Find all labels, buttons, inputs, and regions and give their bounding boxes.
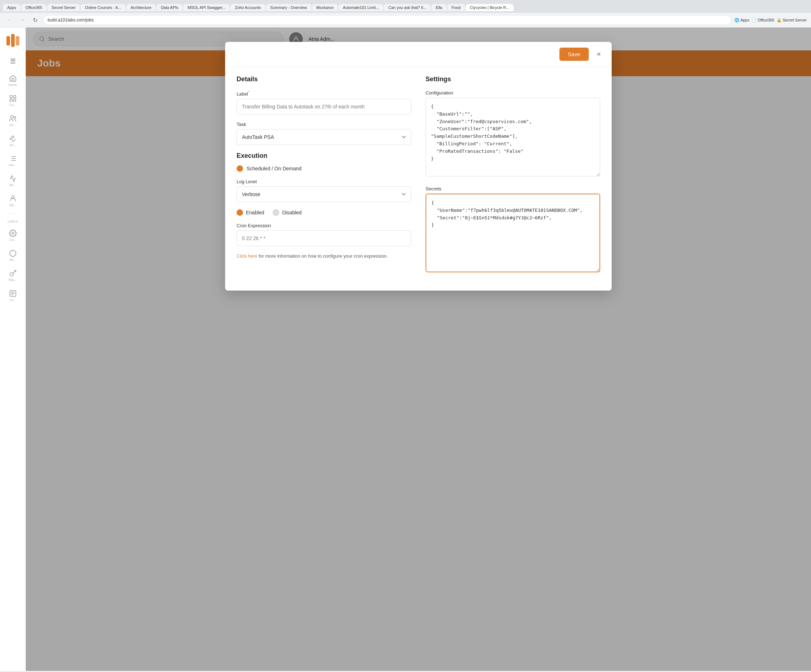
label-input[interactable]	[237, 99, 411, 114]
enabled-toggle[interactable]: Enabled	[237, 209, 264, 216]
disabled-dot[interactable]	[273, 209, 279, 216]
modal-overlay: Save × Details Label*	[26, 27, 811, 671]
tab-secret-server[interactable]: Secret Server	[47, 4, 80, 11]
tab-ella[interactable]: Ella	[431, 4, 446, 11]
tab-summary[interactable]: Summary - Overview	[266, 4, 311, 11]
list-icon	[9, 154, 17, 163]
address-text: build.a101labs.com/jobs	[48, 17, 94, 22]
sidebar-menu-button[interactable]: ☰	[7, 55, 19, 68]
execution-radio-group: Scheduled / On Demand	[237, 165, 411, 172]
svg-rect-3	[10, 95, 12, 98]
configuration-section: Configuration { "BaseUrl":"", "ZoneUser"…	[426, 90, 600, 178]
label-field-label: Label*	[237, 90, 411, 97]
browser-chrome: Apps Office365 Secret Server Online Cour…	[0, 0, 811, 27]
tab-food[interactable]: Food	[447, 4, 465, 11]
log-icon	[9, 290, 17, 297]
sidebar: ☰ Home Cu... Us... Se... Wo... Re... My.…	[0, 27, 26, 671]
enabled-dot[interactable]	[237, 209, 243, 216]
execution-title: Execution	[237, 152, 411, 160]
tab-office365[interactable]: Office365	[21, 4, 46, 11]
settings-title: Settings	[426, 75, 600, 83]
bookmark-apps[interactable]: 🌐 Apps	[735, 18, 750, 22]
users-icon	[9, 114, 17, 122]
cron-label: Cron Expression	[237, 223, 411, 228]
sidebar-item-home[interactable]: Home	[4, 72, 22, 89]
address-bar[interactable]: build.a101labs.com/jobs	[43, 15, 731, 25]
sidebar-item-config[interactable]: Co...	[4, 227, 22, 244]
home-icon	[9, 75, 17, 82]
log-level-label: Log Level	[237, 179, 411, 184]
sidebar-item-help[interactable]: He...	[4, 247, 22, 264]
tab-mockaroo[interactable]: Mockaroo	[312, 4, 338, 11]
secrets-label: Secrets	[426, 186, 600, 192]
svg-rect-1	[11, 34, 15, 47]
refresh-button[interactable]: ↻	[30, 15, 40, 25]
app-container: ☰ Home Cu... Us... Se... Wo... Re... My.…	[0, 27, 811, 671]
tab-automate101[interactable]: Automate101 Limit...	[339, 4, 383, 11]
forward-button[interactable]: →	[17, 15, 27, 25]
svg-point-8	[14, 117, 16, 119]
toggle-group: Enabled Disabled	[237, 209, 411, 216]
sidebar-help-label: He...	[9, 258, 16, 261]
back-button[interactable]: ←	[4, 15, 14, 25]
svg-rect-0	[7, 36, 10, 46]
configuration-label: Configuration	[426, 90, 600, 95]
close-button[interactable]: ×	[593, 49, 604, 60]
sidebar-my-label: My...	[9, 203, 16, 207]
sidebar-reports-label: Re...	[9, 183, 16, 187]
sidebar-item-users[interactable]: Us...	[4, 112, 22, 129]
sidebar-home-label: Home	[8, 83, 17, 87]
person-icon	[9, 195, 17, 202]
sidebar-links-label: LINKS	[7, 220, 18, 223]
execution-group: Execution Scheduled / On Demand	[237, 152, 411, 172]
svg-rect-2	[16, 36, 19, 46]
execution-radio-dot[interactable]	[237, 165, 243, 172]
gear-icon	[9, 229, 17, 237]
tab-online-courses[interactable]: Online Courses - A...	[81, 4, 126, 11]
sidebar-item-workflows[interactable]: Wo...	[4, 152, 22, 169]
tab-clycycles[interactable]: Clycycles | Bicycle R...	[466, 4, 514, 11]
configuration-textarea[interactable]: { "BaseUrl":"", "ZoneUser":"fred@cspserv…	[426, 98, 600, 176]
details-title: Details	[237, 75, 411, 83]
modal-header: Save ×	[225, 42, 612, 67]
sidebar-password-label: Pas...	[8, 278, 17, 282]
sidebar-log-label: Lo...	[10, 298, 16, 302]
sidebar-item-reports[interactable]: Re...	[4, 172, 22, 189]
browser-toolbar: ← → ↻ build.a101labs.com/jobs 🌐 Apps 📄 O…	[0, 13, 811, 27]
enabled-label: Enabled	[246, 210, 264, 216]
tab-canyouask[interactable]: Can you ask that? Il...	[384, 4, 431, 11]
task-select[interactable]: AutoTask PSA	[237, 129, 411, 145]
enabled-group: Enabled Disabled	[237, 209, 411, 216]
sidebar-users-label: Us...	[9, 123, 16, 127]
sidebar-item-services[interactable]: Se...	[4, 132, 22, 149]
task-group: Task AutoTask PSA	[237, 122, 411, 145]
tab-msol[interactable]: MSOL API Swagger...	[183, 4, 230, 11]
box-icon	[9, 249, 17, 257]
tab-data-apis[interactable]: Data APIs	[156, 4, 183, 11]
modal-body: Details Label* Task AutoTask PSA	[225, 67, 612, 290]
sidebar-item-customers[interactable]: Cu...	[4, 92, 22, 109]
sidebar-item-password[interactable]: Pas...	[4, 267, 22, 284]
sidebar-item-my[interactable]: My...	[4, 192, 22, 209]
bookmark-office365[interactable]: 📄 Office365	[752, 18, 774, 22]
cron-input[interactable]	[237, 231, 411, 246]
cron-help-link[interactable]: Click here	[237, 253, 257, 259]
log-level-select[interactable]: Verbose	[237, 187, 411, 202]
disabled-toggle[interactable]: Disabled	[273, 209, 301, 216]
save-button[interactable]: Save	[559, 48, 589, 61]
tab-zoho[interactable]: Zoho Accounts	[231, 4, 265, 11]
key-icon	[9, 270, 17, 277]
sidebar-item-log[interactable]: Lo...	[4, 287, 22, 304]
bookmark-secret-server[interactable]: 🔒 Secret Server	[777, 18, 807, 22]
bookmarks-bar: 🌐 Apps 📄 Office365 🔒 Secret Server	[735, 18, 807, 22]
sidebar-logo	[4, 32, 22, 49]
label-group: Label*	[237, 90, 411, 114]
sidebar-services-label: Se...	[9, 143, 16, 147]
tab-apps[interactable]: Apps	[3, 4, 20, 11]
secrets-textarea[interactable]: { "UserName":"f7pwhblf3q5blmx@AUTOMATE10…	[426, 193, 600, 272]
tab-architecture[interactable]: Architecture	[126, 4, 156, 11]
cron-group: Cron Expression	[237, 223, 411, 246]
svg-rect-5	[10, 99, 12, 101]
cron-help-suffix: for more information on how to configure…	[258, 253, 388, 259]
modal: Save × Details Label*	[225, 42, 612, 290]
